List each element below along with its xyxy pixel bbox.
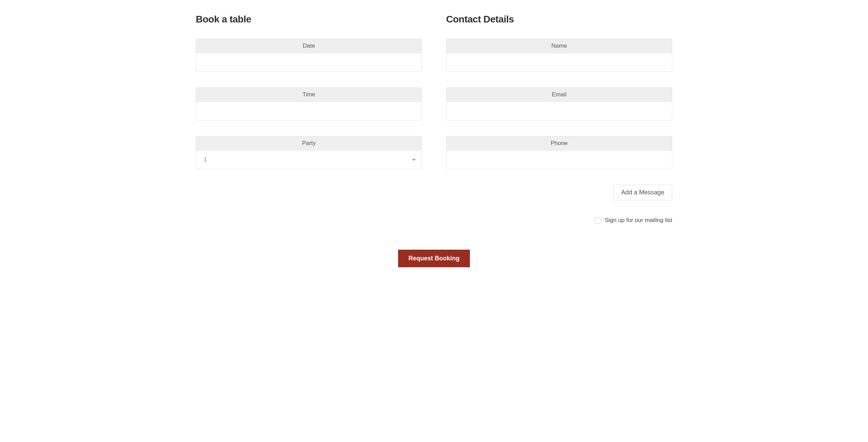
date-input[interactable] — [196, 53, 422, 72]
party-label: Party — [196, 136, 422, 150]
book-table-section: Book a table Date Time Party 1 — [196, 14, 422, 224]
name-group: Name — [446, 39, 672, 72]
time-group: Time — [196, 87, 422, 121]
mailing-row: Sign up for our mailing list — [446, 217, 672, 224]
time-input[interactable] — [196, 102, 422, 121]
email-group: Email — [446, 87, 672, 121]
date-group: Date — [196, 39, 422, 72]
name-input[interactable] — [446, 53, 672, 72]
contact-details-section: Contact Details Name Email Phone Add a M… — [446, 14, 672, 224]
name-label: Name — [446, 39, 672, 53]
phone-input[interactable] — [446, 150, 672, 169]
party-select-wrapper: 1 — [196, 150, 422, 169]
email-input[interactable] — [446, 102, 672, 121]
right-actions: Add a Message — [446, 185, 672, 200]
time-label: Time — [196, 87, 422, 102]
party-group: Party 1 — [196, 136, 422, 169]
party-select[interactable]: 1 — [196, 150, 422, 169]
request-booking-button[interactable]: Request Booking — [398, 250, 470, 267]
date-label: Date — [196, 39, 422, 53]
contact-details-title: Contact Details — [446, 14, 672, 25]
mailing-label: Sign up for our mailing list — [605, 217, 672, 224]
phone-label: Phone — [446, 136, 672, 150]
mailing-checkbox[interactable] — [595, 217, 601, 224]
submit-row: Request Booking — [196, 250, 672, 267]
phone-group: Phone — [446, 136, 672, 169]
email-label: Email — [446, 87, 672, 102]
add-message-button[interactable]: Add a Message — [613, 185, 672, 200]
book-table-title: Book a table — [196, 14, 422, 25]
